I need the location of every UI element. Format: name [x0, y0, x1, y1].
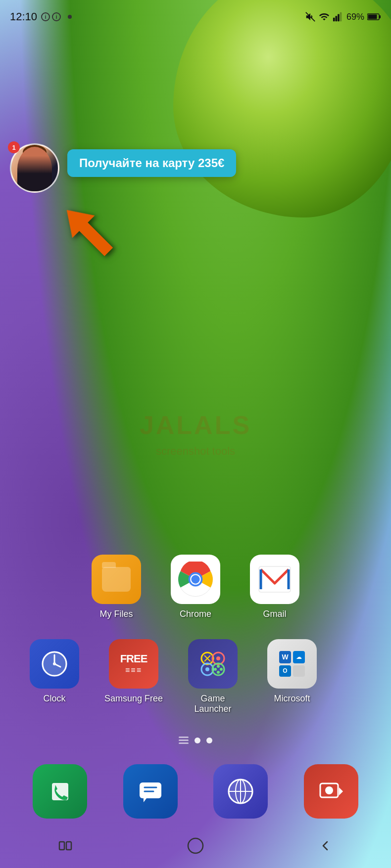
- notification-badge: 1: [8, 141, 20, 153]
- svg-point-28: [216, 656, 220, 660]
- battery-icon: [367, 13, 381, 21]
- my-files-inner: [102, 567, 131, 592]
- svg-rect-6: [379, 15, 381, 18]
- info-icon-1: i: [41, 12, 50, 21]
- gmail-icon: [250, 555, 299, 604]
- info-icon-2: i: [52, 12, 61, 21]
- page-indicators: [0, 737, 391, 744]
- apps-grid: My Files: [0, 555, 391, 730]
- svg-point-13: [191, 575, 199, 583]
- svg-point-21: [53, 662, 56, 665]
- microsoft-label: Microsoft: [274, 694, 310, 704]
- app-my-files[interactable]: My Files: [87, 555, 146, 619]
- avatar-container[interactable]: 1: [10, 143, 59, 193]
- signal-icon: [333, 11, 343, 22]
- my-files-icon: [92, 555, 141, 604]
- svg-point-33: [217, 671, 220, 674]
- chrome-label: Chrome: [180, 609, 211, 619]
- recents-icon: [58, 840, 73, 852]
- dock: [0, 764, 391, 819]
- wifi-icon: [319, 11, 330, 22]
- home-icon: [187, 837, 204, 855]
- game-launcher-svg: [197, 649, 228, 679]
- clock-label: Clock: [43, 694, 65, 704]
- samsung-free-text: FREE ≡≡≡: [120, 653, 147, 675]
- status-right: 69%: [305, 11, 381, 22]
- svg-rect-34: [140, 782, 161, 798]
- status-left: 12:10 i i: [10, 10, 72, 23]
- clock-icon: [30, 639, 79, 689]
- phone-svg: [47, 778, 74, 805]
- svg-marker-8: [55, 199, 120, 263]
- game-launcher-label: GameLauncher: [194, 694, 231, 715]
- screenrecord-svg: [316, 777, 346, 806]
- nav-home[interactable]: [181, 836, 210, 856]
- status-bar: 12:10 i i 69%: [0, 0, 391, 30]
- info-icons: i i: [41, 12, 61, 21]
- chrome-svg: [178, 562, 213, 597]
- apps-row-1: My Files: [15, 555, 376, 619]
- dock-internet[interactable]: [213, 764, 268, 819]
- my-files-label: My Files: [100, 609, 133, 619]
- app-gmail[interactable]: Gmail: [245, 555, 304, 619]
- indicator-lines: [179, 737, 189, 744]
- app-samsung-free[interactable]: FREE ≡≡≡ Samsung Free: [104, 639, 163, 715]
- mute-icon: [305, 11, 316, 22]
- apps-row-2: Clock FREE ≡≡≡ Samsung Free: [15, 639, 376, 715]
- svg-rect-46: [59, 842, 64, 850]
- nav-recents[interactable]: [50, 836, 80, 856]
- clock-svg: [40, 649, 69, 679]
- samsung-free-label: Samsung Free: [104, 694, 163, 704]
- svg-rect-7: [368, 15, 377, 19]
- time-display: 12:10: [10, 10, 37, 23]
- microsoft-grid: W ☁ O: [279, 651, 305, 677]
- dock-messages[interactable]: [123, 764, 178, 819]
- samsung-free-icon: FREE ≡≡≡: [109, 639, 158, 689]
- chrome-icon: [171, 555, 220, 604]
- nav-bar: [0, 824, 391, 868]
- battery-percentage: 69%: [346, 12, 364, 22]
- indicator-dot: [206, 738, 212, 743]
- svg-point-48: [188, 838, 203, 853]
- back-icon: [320, 840, 332, 852]
- avatar-figure: [17, 147, 52, 191]
- nav-back[interactable]: [311, 836, 341, 856]
- app-chrome[interactable]: Chrome: [166, 555, 225, 619]
- svg-point-31: [217, 665, 220, 668]
- svg-rect-3: [338, 14, 340, 22]
- svg-point-32: [220, 668, 223, 671]
- dock-phone[interactable]: [33, 764, 87, 819]
- dot-indicator: [68, 15, 72, 19]
- internet-svg: [225, 776, 256, 807]
- svg-point-29: [205, 667, 209, 671]
- profile-area[interactable]: 1 Получайте на карту 235€: [10, 143, 236, 193]
- app-game-launcher[interactable]: GameLauncher: [183, 639, 243, 715]
- svg-rect-4: [340, 12, 342, 21]
- dock-screenrecord[interactable]: [304, 764, 358, 819]
- svg-rect-14: [259, 566, 291, 592]
- svg-rect-47: [66, 842, 71, 850]
- microsoft-icon: W ☁ O: [267, 639, 317, 689]
- app-clock[interactable]: Clock: [25, 639, 84, 715]
- svg-point-45: [325, 786, 333, 794]
- svg-rect-1: [333, 18, 335, 21]
- indicator-active: [195, 738, 200, 743]
- svg-marker-37: [144, 798, 147, 802]
- gmail-svg: [257, 564, 293, 594]
- promo-banner[interactable]: Получайте на карту 235€: [67, 149, 236, 177]
- game-launcher-icon: [188, 639, 238, 689]
- app-microsoft[interactable]: W ☁ O Microsoft: [262, 639, 322, 715]
- svg-point-30: [214, 668, 217, 671]
- gmail-label: Gmail: [263, 609, 286, 619]
- svg-rect-2: [335, 16, 337, 21]
- messages-svg: [136, 777, 165, 806]
- svg-marker-44: [339, 787, 343, 795]
